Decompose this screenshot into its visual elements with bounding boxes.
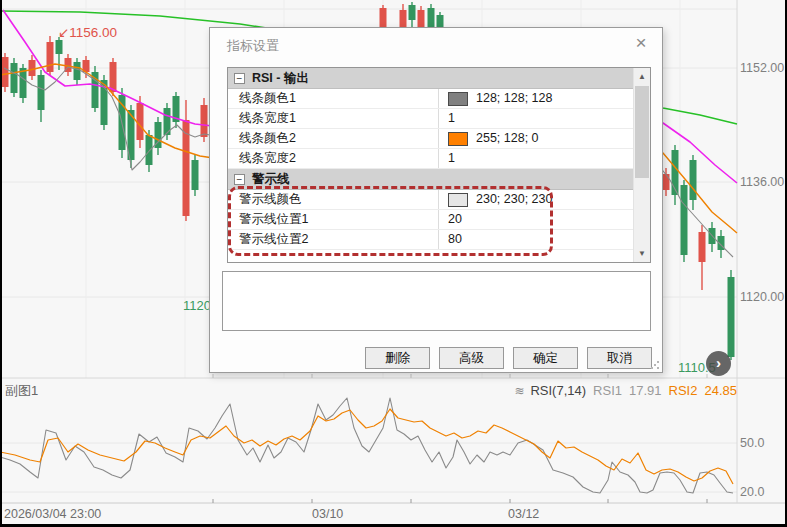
rsi2-value: 24.85: [704, 383, 737, 398]
row-label: 警示线位置2: [228, 230, 438, 249]
row-value-cell[interactable]: 20: [438, 210, 633, 229]
row-value-cell[interactable]: 255; 128; 0: [438, 129, 633, 148]
row-label: 线条宽度2: [228, 149, 438, 168]
resize-grip[interactable]: [650, 360, 660, 370]
row-value-cell[interactable]: 1: [438, 149, 633, 168]
high-price-annotation: ↙1156.00: [58, 24, 117, 40]
sub-panel-title: 副图1: [5, 382, 38, 400]
row-value-cell[interactable]: 80: [438, 230, 633, 249]
time-axis-label: 2026/03/04 23:00: [4, 507, 101, 521]
settings-row[interactable]: 线条颜色2255; 128; 0: [228, 129, 633, 149]
scroll-down-icon[interactable]: ▼: [634, 245, 650, 262]
description-panel: [222, 271, 651, 331]
arrow-down-left-icon: ↙: [58, 25, 69, 40]
collapse-toggle-icon[interactable]: −: [234, 174, 245, 185]
mid-price-annotation: 1120: [183, 298, 211, 313]
settings-row[interactable]: 线条颜色1128; 128; 128: [228, 89, 633, 109]
window-border: [0, 0, 2, 527]
scrollbar-thumb[interactable]: [635, 86, 649, 178]
delete-button[interactable]: 删除: [365, 347, 430, 369]
section-row[interactable]: −警示线: [228, 169, 633, 190]
property-table: −RSI - 输出线条颜色1128; 128; 128线条宽度11线条颜色225…: [227, 67, 651, 263]
dialog-buttons: 删除 高级 确定 取消: [365, 347, 652, 369]
collapse-toggle-icon[interactable]: −: [234, 73, 245, 84]
table-scrollbar[interactable]: ▲ ▼: [633, 68, 650, 262]
scroll-up-icon[interactable]: ▲: [634, 68, 650, 85]
row-value: 230; 230; 230: [476, 190, 552, 209]
row-label: 线条宽度1: [228, 109, 438, 128]
settings-row[interactable]: 警示线位置120: [228, 210, 633, 230]
rsi2-label: RSI2: [669, 383, 698, 398]
time-axis-label: 03/10: [312, 507, 343, 521]
row-value: 255; 128; 0: [476, 129, 539, 148]
settings-row[interactable]: 线条宽度21: [228, 149, 633, 169]
row-label: 线条颜色1: [228, 89, 438, 108]
row-value: 1: [448, 109, 455, 128]
price-axis-label: 1136.00: [740, 175, 784, 189]
rsi-legend: ≋ RSI(7,14) RSI1 17.91 RSI2 24.85: [514, 383, 737, 398]
rsi-scale-label: 20.0: [740, 485, 764, 499]
settings-row[interactable]: 警示线颜色230; 230; 230: [228, 190, 633, 210]
color-swatch[interactable]: [448, 193, 468, 207]
row-value: 20: [448, 210, 462, 229]
time-axis-label: 03/12: [508, 507, 539, 521]
dialog-title: 指标设置: [227, 37, 279, 55]
settings-row[interactable]: 线条宽度11: [228, 109, 633, 129]
row-label: 警示线位置1: [228, 210, 438, 229]
rsi1-label: RSI1: [593, 383, 622, 398]
row-value: 1: [448, 149, 455, 168]
scroll-right-button[interactable]: ›: [706, 351, 731, 376]
indicator-name: RSI(7,14): [530, 383, 586, 398]
settings-row[interactable]: 警示线位置280: [228, 230, 633, 250]
collapse-indicator-icon[interactable]: ≋: [514, 384, 523, 398]
property-rows: −RSI - 输出线条颜色1128; 128; 128线条宽度11线条颜色225…: [228, 68, 633, 250]
row-label: 线条颜色2: [228, 129, 438, 148]
ok-button[interactable]: 确定: [513, 347, 578, 369]
price-axis-label: 1120.00: [740, 290, 784, 304]
color-swatch[interactable]: [448, 92, 468, 106]
chevron-right-icon: ›: [716, 355, 721, 370]
row-value-cell[interactable]: 128; 128; 128: [438, 89, 633, 108]
price-axis-label: 1152.00: [740, 61, 784, 75]
dialog-titlebar[interactable]: 指标设置 ×: [210, 28, 662, 58]
row-value-cell[interactable]: 1: [438, 109, 633, 128]
row-label: 警示线颜色: [228, 190, 438, 209]
row-value: 128; 128; 128: [476, 89, 552, 108]
section-row[interactable]: −RSI - 输出: [228, 68, 633, 89]
cancel-button[interactable]: 取消: [587, 347, 652, 369]
row-value-cell[interactable]: 230; 230; 230: [438, 190, 633, 209]
trading-app-window: ↙1156.00 1120 1152.00 1136.00 1120.00 11…: [0, 0, 787, 527]
row-value: 80: [448, 230, 462, 249]
close-icon[interactable]: ×: [630, 32, 652, 54]
rsi-scale-label: 50.0: [740, 436, 764, 450]
rsi1-value: 17.91: [629, 383, 662, 398]
advanced-button[interactable]: 高级: [439, 347, 504, 369]
indicator-settings-dialog: 指标设置 × −RSI - 输出线条颜色1128; 128; 128线条宽度11…: [209, 27, 663, 373]
color-swatch[interactable]: [448, 132, 468, 146]
